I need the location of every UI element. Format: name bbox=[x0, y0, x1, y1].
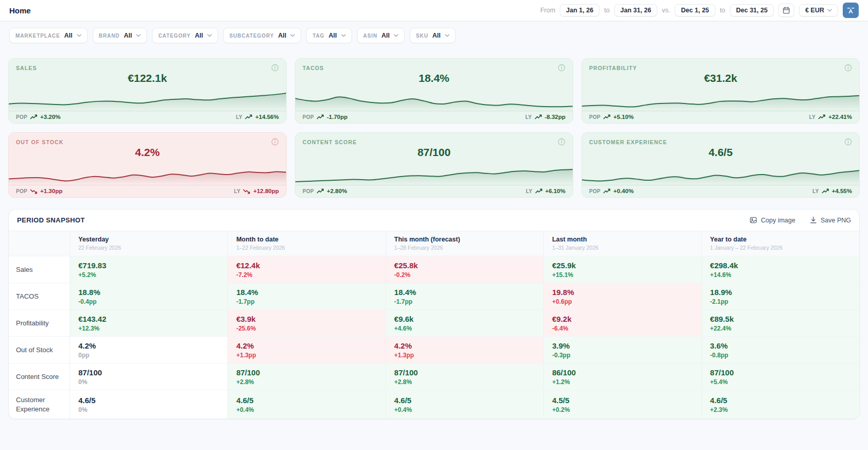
sparkline-chart bbox=[582, 161, 859, 185]
row-label-out-of-stock: Out of Stock bbox=[9, 336, 70, 363]
copy-image-button[interactable]: Copy image bbox=[749, 216, 795, 224]
kpi-card-content-score: CONTENT SCORE 87/100 POP +2.80% LY +6.10… bbox=[295, 132, 573, 198]
pop-metric: POP +2.80% bbox=[303, 188, 347, 194]
metric-delta: +5.4% bbox=[710, 378, 851, 386]
metric-value: 87/100 bbox=[710, 368, 851, 377]
metric-value: €25.9k bbox=[552, 261, 693, 270]
metric-delta: -0.4pp bbox=[78, 298, 219, 305]
chevron-down-icon bbox=[207, 34, 212, 37]
row-label-customer-experience: Customer Experience bbox=[9, 390, 70, 419]
trending-up-icon bbox=[316, 188, 324, 194]
trending-up-icon bbox=[603, 114, 611, 120]
metric-value: €12.4k bbox=[236, 261, 377, 270]
snapshot-cell: €298.4k+14.6% bbox=[702, 256, 859, 283]
calendar-button[interactable] bbox=[778, 4, 794, 17]
compare-start-button[interactable]: Dec 1, 25 bbox=[675, 4, 715, 16]
snapshot-cell: 18.4%-1.7pp bbox=[386, 283, 543, 309]
period-snapshot-panel: PERIOD SNAPSHOT Copy image Save PNG Yest… bbox=[8, 209, 860, 419]
column-header-yesterday: Yesterday 22 February 2026 bbox=[70, 231, 227, 256]
ly-metric: LY +14.56% bbox=[236, 114, 279, 120]
snapshot-cell: 87/100+5.4% bbox=[702, 363, 859, 390]
snapshot-cell: €719.83+5.2% bbox=[70, 256, 227, 283]
snapshot-cell: 87/1000% bbox=[70, 363, 227, 390]
date-start-button[interactable]: Jan 1, 26 bbox=[560, 4, 599, 16]
snapshot-cell: 18.4%-1.7pp bbox=[227, 283, 385, 309]
metric-delta: +0.4% bbox=[394, 406, 535, 413]
filter-category[interactable]: CATEGORY All bbox=[152, 28, 218, 43]
metric-delta: +2.8% bbox=[394, 378, 535, 386]
metric-delta: +1.3pp bbox=[236, 352, 377, 359]
date-end-button[interactable]: Jan 31, 26 bbox=[614, 4, 658, 16]
kpi-value: 87/100 bbox=[295, 146, 573, 159]
filter-tag[interactable]: TAG All bbox=[306, 28, 352, 43]
column-header-year-to-date: Year to date 1 January – 22 February 202… bbox=[702, 231, 859, 256]
kpi-card-profitability: PROFITABILITY €31.2k POP +5.10% LY +22.4… bbox=[581, 58, 860, 124]
filter-asin[interactable]: ASIN All bbox=[357, 28, 405, 43]
row-label-tacos: TACOS bbox=[9, 283, 70, 309]
kpi-card-customer-experience: CUSTOMER EXPERIENCE 4.6/5 POP +0.40% LY … bbox=[581, 132, 860, 198]
metric-value: €143.42 bbox=[78, 315, 219, 323]
snapshot-cell: €9.2k-6.4% bbox=[543, 309, 701, 336]
metric-delta: -0.8pp bbox=[710, 352, 851, 359]
filter-brand[interactable]: BRAND All bbox=[93, 28, 147, 43]
trending-up-icon bbox=[535, 188, 543, 194]
save-png-button[interactable]: Save PNG bbox=[810, 216, 851, 224]
translate-button[interactable] bbox=[843, 3, 859, 18]
info-icon[interactable] bbox=[844, 64, 852, 72]
metric-value: 18.8% bbox=[78, 288, 219, 297]
metric-value: 4.2% bbox=[394, 341, 535, 350]
download-icon bbox=[810, 216, 817, 224]
currency-selector[interactable]: € EUR bbox=[799, 4, 838, 16]
filter-subcategory[interactable]: SUBCATEGORY All bbox=[223, 28, 302, 43]
metric-value: 19.8% bbox=[552, 288, 693, 297]
info-icon[interactable] bbox=[558, 64, 565, 72]
metric-delta: -0.2% bbox=[394, 271, 535, 279]
metric-delta: +1.3pp bbox=[394, 352, 535, 359]
snapshot-cell: €25.9k+15.1% bbox=[543, 256, 701, 283]
compare-end-button[interactable]: Dec 31, 25 bbox=[730, 4, 774, 16]
metric-delta: +4.6% bbox=[394, 325, 535, 332]
kpi-title: CONTENT SCORE bbox=[303, 139, 357, 145]
kpi-card-out-of-stock: OUT OF STOCK 4.2% POP +1.30pp LY +12.80p… bbox=[8, 132, 287, 198]
chevron-down-icon bbox=[445, 34, 449, 37]
info-icon[interactable] bbox=[271, 64, 279, 72]
from-label: From bbox=[540, 7, 555, 14]
snapshot-cell: 87/100+2.8% bbox=[386, 363, 543, 390]
info-icon[interactable] bbox=[271, 138, 279, 146]
snapshot-cell: 4.2%0pp bbox=[70, 336, 227, 363]
pop-metric: POP +5.10% bbox=[589, 114, 633, 120]
chevron-down-icon bbox=[394, 34, 398, 37]
metric-delta: 0% bbox=[78, 406, 219, 413]
metric-delta: +5.2% bbox=[78, 271, 219, 279]
info-icon[interactable] bbox=[844, 138, 852, 146]
ly-metric: LY -8.32pp bbox=[525, 114, 565, 120]
metric-value: 86/100 bbox=[552, 368, 693, 377]
snapshot-title: PERIOD SNAPSHOT bbox=[17, 216, 85, 224]
snapshot-cell: 3.6%-0.8pp bbox=[702, 336, 859, 363]
kpi-title: TACOS bbox=[303, 65, 324, 71]
chevron-down-icon bbox=[341, 34, 346, 37]
metric-value: 87/100 bbox=[394, 368, 535, 377]
pop-metric: POP -1.70pp bbox=[303, 114, 347, 120]
chevron-down-icon bbox=[136, 34, 141, 37]
filter-marketplace[interactable]: MARKETPLACE All bbox=[9, 28, 88, 43]
kpi-title: OUT OF STOCK bbox=[16, 139, 63, 145]
trending-up-icon bbox=[30, 114, 38, 120]
sparkline-chart bbox=[295, 87, 573, 111]
metric-delta: +2.3% bbox=[710, 406, 851, 413]
snapshot-cell: 18.8%-0.4pp bbox=[70, 283, 227, 309]
ly-metric: LY +6.10% bbox=[526, 188, 565, 194]
filter-sku[interactable]: SKU All bbox=[410, 28, 456, 43]
filter-bar: MARKETPLACE All BRAND All CATEGORY All S… bbox=[0, 21, 868, 43]
metric-delta: +15.1% bbox=[552, 271, 693, 279]
kpi-grid: SALES €122.1k POP +3.20% LY +14.56% TACO… bbox=[0, 43, 868, 198]
metric-value: €719.83 bbox=[78, 261, 219, 270]
image-icon bbox=[749, 216, 757, 224]
snapshot-cell: 4.6/5+0.4% bbox=[227, 390, 385, 419]
trending-up-icon bbox=[245, 114, 253, 120]
metric-value: 4.6/5 bbox=[394, 396, 535, 405]
trending-down-icon bbox=[30, 188, 38, 194]
info-icon[interactable] bbox=[558, 138, 565, 146]
metric-value: €298.4k bbox=[710, 261, 851, 270]
snapshot-table: Yesterday 22 February 2026 Month to date… bbox=[9, 231, 859, 419]
